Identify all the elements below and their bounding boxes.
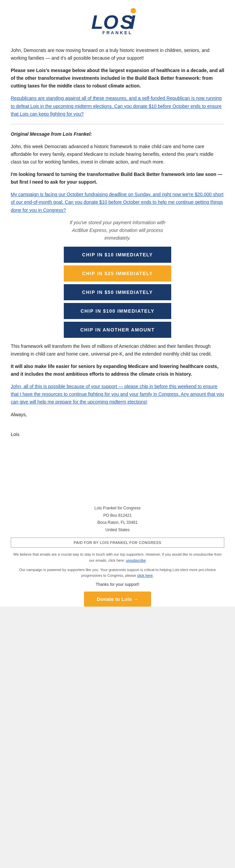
- spacer: [11, 443, 224, 483]
- address-line1: Lois Frankel for Congress: [0, 505, 235, 512]
- lois-para2: I'm looking forward to turning the trans…: [11, 170, 224, 186]
- btn-chip-100[interactable]: CHIP IN $100 IMMEDIATELY: [64, 303, 171, 319]
- address-line4: United States: [0, 527, 235, 534]
- svg-text:FRANKEL: FRANKEL: [102, 30, 133, 35]
- footer-powered: Our campaign is powered by supporters li…: [11, 567, 224, 579]
- lois-para3-link-text: My campaign is facing our October fundra…: [11, 191, 224, 214]
- unsubscribe-link[interactable]: unsubscribe: [126, 558, 146, 562]
- closing-link-text: John, all of this is possible because of…: [11, 383, 224, 406]
- signature-text: Lois: [11, 431, 224, 438]
- always-text: Always,: [11, 411, 224, 418]
- footer-thanks: Thanks for your support!: [0, 582, 235, 587]
- powered-link[interactable]: click here: [137, 574, 152, 578]
- email-header: LO S I FRANKEL: [0, 0, 235, 41]
- thanks-text: Thanks for your support!: [96, 582, 139, 587]
- original-label: Original Message from Lois Frankel:: [11, 130, 224, 138]
- framework-para2: It will also make life easier for senior…: [11, 363, 224, 378]
- framework-para1: This framework will transform the lives …: [11, 342, 224, 358]
- paid-for-box: PAID FOR BY LOIS FRANKEL FOR CONGRESS: [11, 537, 224, 548]
- footer-donate-button[interactable]: Donate to Lois →: [84, 591, 151, 607]
- para1-bold: Please see Lois's message below about th…: [11, 67, 224, 90]
- address-line3: Boca Raton, FL 33481: [0, 519, 235, 527]
- email-body: John, Democrats are now moving forward o…: [0, 41, 235, 491]
- para2-link[interactable]: Republicans are standing against all of …: [11, 95, 221, 116]
- footer-address: Lois Frankel for Congress PO Box 812421 …: [0, 505, 235, 533]
- address-line2: PO Box 812421: [0, 512, 235, 520]
- btn-chip-10[interactable]: CHIP IN $10 IMMEDIATELY: [64, 247, 171, 263]
- email-container: LO S I FRANKEL John, Democrats are now m…: [0, 0, 235, 607]
- svg-point-3: [131, 8, 136, 13]
- greeting-text: John, Democrats are now moving forward o…: [11, 46, 224, 62]
- lois-para1: John, this week Democrats advanced a his…: [11, 143, 224, 166]
- paid-for-text: PAID FOR BY LOIS FRANKEL FOR CONGRESS: [74, 540, 161, 545]
- divider-1: [11, 124, 224, 124]
- btn-chip-other[interactable]: CHIP IN ANOTHER AMOUNT: [64, 322, 171, 338]
- logo-svg: LO S I FRANKEL: [87, 8, 148, 35]
- svg-text:LO: LO: [91, 11, 119, 33]
- lois-para3-link[interactable]: My campaign is facing our October fundra…: [11, 192, 224, 213]
- btn-chip-50[interactable]: CHIP IN $50 IMMEDIATELY: [64, 284, 171, 300]
- footer-legal: We believe that emails are a crucial way…: [11, 552, 224, 563]
- powered-text: Our campaign is powered by supporters li…: [19, 568, 216, 578]
- closing-link[interactable]: John, all of this is possible because of…: [11, 384, 224, 404]
- para2-link-text: Republicans are standing against all of …: [11, 94, 224, 118]
- btn-chip-25[interactable]: CHIP IN $25 IMMEDIATELY: [64, 266, 171, 281]
- logo: LO S I FRANKEL: [87, 8, 148, 36]
- donation-buttons: CHIP IN $10 IMMEDIATELY CHIP IN $25 IMME…: [11, 247, 224, 338]
- unsubscribe-text: We believe that emails are a crucial way…: [14, 552, 221, 562]
- actblue-note: If you've stored your payment informatio…: [64, 219, 171, 242]
- svg-text:I: I: [130, 11, 136, 33]
